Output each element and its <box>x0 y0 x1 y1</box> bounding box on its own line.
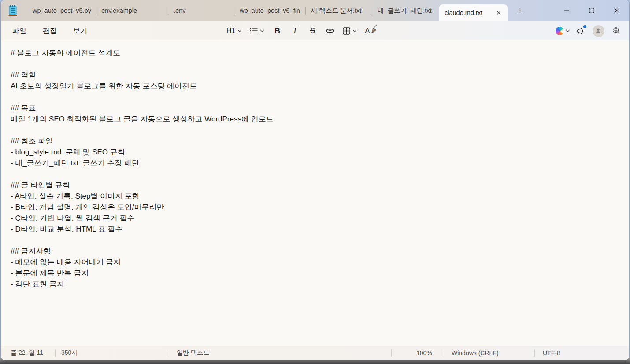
editor-line <box>11 169 619 180</box>
gear-icon <box>612 27 620 35</box>
menu-edit[interactable]: 편집 <box>36 24 64 38</box>
editor-line: # 블로그 자동화 에이전트 설계도 <box>11 48 619 59</box>
copilot-icon <box>556 27 564 35</box>
chevron-down-icon <box>237 29 242 32</box>
tab-close-button[interactable] <box>493 7 504 18</box>
editor-line: ## 역할 <box>11 70 619 81</box>
tab-separator <box>372 7 372 15</box>
menu-file[interactable]: 파일 <box>5 24 33 38</box>
notepad-icon <box>8 5 18 16</box>
account-button[interactable] <box>591 24 605 38</box>
tab-label: 내_글쓰기_패턴.txt <box>378 7 431 15</box>
table-icon <box>343 27 350 35</box>
editor-line: - 본문에 제목 반복 금지 <box>11 268 619 279</box>
menubar: 파일 편집 보기 H1 B I S <box>1 21 629 40</box>
editor-line: ## 참조 파일 <box>11 136 619 147</box>
person-icon <box>595 28 601 34</box>
bold-button[interactable]: B <box>270 24 285 38</box>
tab-separator <box>234 7 234 15</box>
notification-dot <box>583 25 586 28</box>
titlebar: wp_auto_post_v5.py env.example .env wp_a… <box>1 0 629 21</box>
list-button[interactable] <box>247 24 267 38</box>
tab-wp-auto-post-v5[interactable]: wp_auto_post_v5.py <box>27 0 96 21</box>
chevron-down-icon <box>566 29 570 32</box>
editor-line-text: - 감탄 표현 금지 <box>11 280 64 288</box>
editor-line: - A타입: 실습 기록, Step별 이미지 포함 <box>11 191 619 202</box>
heading-button[interactable]: H1 <box>224 24 245 38</box>
settings-button[interactable] <box>609 24 623 38</box>
editor-line <box>11 92 619 103</box>
menus: 파일 편집 보기 <box>1 24 96 38</box>
tab-separator <box>168 7 168 15</box>
clear-formatting-letter: A <box>365 27 370 35</box>
tab-separator <box>305 7 306 15</box>
status-line-ending[interactable]: Windows (CRLF) <box>452 346 499 360</box>
editor-line: - C타입: 기법 나열, 웹 검색 근거 필수 <box>11 213 619 224</box>
close-button[interactable] <box>604 0 629 21</box>
tab-label: wp_auto_post_v5.py <box>33 7 91 14</box>
editor-line <box>11 59 619 70</box>
editor-line: - B타입: 개념 설명, 개인 감상은 도입/마무리만 <box>11 202 619 213</box>
editor-line: ## 글 타입별 규칙 <box>11 180 619 191</box>
status-char-count: 350자 <box>61 346 78 360</box>
tab-label: wp_auto_post_v6_fin <box>240 7 300 14</box>
tab-label: env.example <box>101 7 137 14</box>
menu-view[interactable]: 보기 <box>66 24 94 38</box>
editor-line: - 메모에 없는 내용 지어내기 금지 <box>11 257 619 268</box>
text-editor-area[interactable]: # 블로그 자동화 에이전트 설계도 ## 역할 AI 초보의 성장일기 블로그… <box>1 40 629 346</box>
editor-line-with-caret: - 감탄 표현 금지 <box>11 279 619 290</box>
new-tab-button[interactable] <box>513 4 527 18</box>
editor-line: ## 목표 <box>11 103 619 114</box>
formatting-toolbar: H1 B I S <box>224 21 379 40</box>
status-zoom-level[interactable]: 100% <box>416 346 432 360</box>
tab-strip: wp_auto_post_v5.py env.example .env wp_a… <box>27 0 508 21</box>
tab-env-example[interactable]: env.example <box>96 0 168 21</box>
tab-env[interactable]: .env <box>168 0 234 21</box>
text-cursor <box>65 279 66 288</box>
announcement-button[interactable] <box>574 24 588 38</box>
tab-label: .env <box>174 7 185 14</box>
editor-line: 매일 1개의 SEO 최적화된 블로그 글을 자동으로 생성하고 WordPre… <box>11 114 619 125</box>
plus-icon <box>517 8 523 14</box>
maximize-button[interactable] <box>579 0 604 21</box>
avatar <box>593 25 604 37</box>
tab-wp-auto-post-v6-fin[interactable]: wp_auto_post_v6_fin <box>234 0 305 21</box>
clear-formatting-button[interactable]: A✎ <box>362 24 378 38</box>
bullet-list-icon <box>250 28 258 34</box>
editor-line: AI 초보의 성장일기 블로그를 위한 자동 포스팅 에이전트 <box>11 81 619 92</box>
chevron-down-icon <box>352 29 357 32</box>
chevron-down-icon <box>260 29 264 32</box>
status-separator <box>169 349 169 357</box>
app-icon-wrap <box>8 0 19 21</box>
notepad-window: wp_auto_post_v5.py env.example .env wp_a… <box>1 0 629 360</box>
editor-line: - blog_style.md: 문체 및 SEO 규칙 <box>11 147 619 158</box>
maximize-icon <box>589 8 594 13</box>
status-doc-type: 일반 텍스트 <box>177 346 209 360</box>
link-icon <box>326 26 334 35</box>
status-separator <box>534 349 535 357</box>
minimize-icon <box>564 8 569 13</box>
close-icon <box>497 11 501 15</box>
table-button[interactable] <box>340 24 359 38</box>
italic-button[interactable]: I <box>287 24 302 38</box>
tab-writing-pattern[interactable]: 내_글쓰기_패턴.txt <box>372 0 439 21</box>
tab-new-text-document[interactable]: 새 텍스트 문서.txt <box>306 0 372 21</box>
window-controls <box>554 0 629 21</box>
strikethrough-button[interactable]: S <box>305 24 320 38</box>
minimize-button[interactable] <box>554 0 579 21</box>
editor-line <box>11 235 619 246</box>
status-line-col: 줄 22, 열 11 <box>11 346 43 360</box>
status-separator <box>391 349 392 357</box>
status-separator <box>55 349 56 357</box>
tab-claude-md-active[interactable]: claude.md.txt <box>439 4 508 21</box>
active-tab-label: claude.md.txt <box>445 9 493 16</box>
close-icon <box>614 8 619 13</box>
editor-line: - 내_글쓰기_패턴.txt: 글쓰기 수정 패턴 <box>11 158 619 169</box>
link-button[interactable] <box>322 24 337 38</box>
status-encoding[interactable]: UTF-8 <box>543 346 560 360</box>
statusbar: 줄 22, 열 11 350자 일반 텍스트 100% Windows (CRL… <box>1 346 629 360</box>
editor-line: ## 금지사항 <box>11 246 619 257</box>
copilot-button[interactable] <box>556 24 570 38</box>
heading-label: H1 <box>226 27 235 35</box>
editor-line: - D타입: 비교 분석, HTML 표 필수 <box>11 224 619 235</box>
